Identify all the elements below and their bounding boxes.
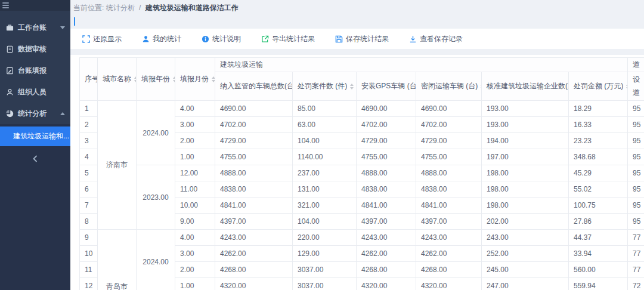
toolbar-statistics-info-button[interactable]: 统计说明 <box>202 34 241 44</box>
table-cell: 321.00 <box>293 198 357 214</box>
toolbar-button-label: 统计说明 <box>212 34 241 44</box>
table-cell: 198.00 <box>482 181 569 198</box>
table-row: 52023.0012.004888.00237.004888.004888.00… <box>80 165 644 181</box>
sidebar-item-label: 工作台账 <box>18 23 47 33</box>
table-cell: 4 <box>80 149 98 165</box>
table-cell: 1.00 <box>175 149 215 165</box>
column-header[interactable]: 填报年份 <box>137 58 175 101</box>
statistics-table-card: 序号城市名称填报年份填报月份建筑垃圾运输道纳入监管的车辆总数(台)处罚案件数 (… <box>70 55 644 290</box>
group-header: 建筑垃圾运输 <box>215 58 628 72</box>
sidebar-item-stats-analysis[interactable]: 统计分析 <box>0 103 70 124</box>
sort-icon[interactable] <box>173 76 175 82</box>
table-cell: 4.00 <box>175 101 215 117</box>
table-cell: 95 <box>628 165 644 181</box>
toolbar-export-results-button[interactable]: 导出统计结果 <box>261 34 315 44</box>
people-icon <box>5 88 14 96</box>
column-header[interactable]: 填报月份 <box>175 58 215 101</box>
table-cell: 4702.00 <box>357 117 416 133</box>
table-cell: 45.29 <box>569 165 628 181</box>
table-cell: 2023.00 <box>137 165 175 230</box>
sidebar-item-data-audit[interactable]: 数据审核 <box>0 38 70 60</box>
sidebar-collapse-button[interactable] <box>0 146 70 172</box>
table-cell: 95 <box>628 149 644 165</box>
table-cell: 4243.00 <box>416 230 482 246</box>
table-cell: 95 <box>628 133 644 149</box>
table-cell: 85.00 <box>293 101 357 117</box>
table-cell: 95 <box>628 198 644 214</box>
column-header-label: 城市名称 <box>103 74 131 84</box>
table-cell: 4268.00 <box>357 262 416 278</box>
table-cell: 4729.00 <box>357 133 416 149</box>
sidebar-item-label: 组织人员 <box>18 87 47 97</box>
table-cell: 4262.00 <box>357 246 416 262</box>
toolbar-restore-display-button[interactable]: 还原显示 <box>82 34 122 44</box>
table-cell: 18.29 <box>569 101 628 117</box>
table-cell: 4729.00 <box>416 133 482 149</box>
table-cell: 198.00 <box>482 165 569 181</box>
toolbar-save-results-button[interactable]: 保存统计结果 <box>335 34 389 44</box>
table-cell: 129.00 <box>293 246 357 262</box>
table-row: 9青岛市2024.004.004243.00220.004243.004243.… <box>80 230 644 246</box>
column-header[interactable]: 密闭运输车辆 (台) <box>416 72 482 101</box>
column-header[interactable]: 处罚案件数 (件) <box>293 72 357 101</box>
topbar: 当前位置: 统计分析 / 建筑垃圾运输和道路保洁工作 <box>70 0 644 26</box>
sidebar-item-work-ledger[interactable]: 工作台账 <box>0 17 70 38</box>
table-cell: 4397.00 <box>416 214 482 230</box>
toolbar-my-statistics-button[interactable]: 我的统计 <box>142 34 181 44</box>
clipped-group-header: 道 <box>628 58 644 72</box>
user-icon <box>142 35 150 43</box>
table-cell: 197.00 <box>482 149 569 165</box>
table-cell: 4397.00 <box>215 214 293 230</box>
table-cell: 220.00 <box>293 230 357 246</box>
table-cell: 559.94 <box>569 278 628 290</box>
column-header[interactable]: 纳入监管的车辆总数(台) <box>215 72 293 101</box>
sidebar-submenu: 建筑垃圾运输和... <box>0 124 70 146</box>
table-cell: 2 <box>80 117 98 133</box>
sort-icon[interactable] <box>134 76 137 82</box>
table-cell: 245.00 <box>482 262 569 278</box>
table-cell: 4838.00 <box>215 181 293 198</box>
table-cell: 4841.00 <box>215 198 293 214</box>
table-cell: 4320.00 <box>357 278 416 290</box>
breadcrumb-current: 建筑垃圾运输和道路保洁工作 <box>145 4 239 12</box>
table-cell: 4262.00 <box>416 246 482 262</box>
column-header-label: 处罚案件数 (件) <box>298 81 347 91</box>
table-cell: 7 <box>80 198 98 214</box>
table-cell: 2.00 <box>175 262 215 278</box>
table-cell: 560.00 <box>569 262 628 278</box>
table-cell: 104.00 <box>293 133 357 149</box>
briefcase-icon <box>5 24 14 32</box>
breadcrumb-separator: / <box>139 4 141 12</box>
table-cell: 194.00 <box>482 133 569 149</box>
sidebar-item-org-people[interactable]: 组织人员 <box>0 81 70 103</box>
table-cell: 3037.00 <box>293 278 357 290</box>
table-cell: 77 <box>628 262 644 278</box>
table-cell: 12 <box>80 278 98 290</box>
table-cell: 8 <box>80 214 98 230</box>
column-header[interactable]: 安装GPS车辆 (台) <box>357 72 416 101</box>
hamburger-icon[interactable] <box>2 2 9 8</box>
column-header[interactable]: 城市名称 <box>98 58 137 101</box>
table-cell: 4888.00 <box>357 165 416 181</box>
toolbar-button-label: 查看保存记录 <box>420 34 463 44</box>
table-cell: 1.00 <box>175 278 215 290</box>
table-cell: 252.00 <box>482 246 569 262</box>
sidebar-subitem-construction-waste[interactable]: 建筑垃圾运输和... <box>0 127 70 146</box>
table-cell: 4888.00 <box>215 165 293 181</box>
table-cell: 10 <box>80 246 98 262</box>
sort-icon[interactable] <box>212 76 215 82</box>
toolbar-view-saved-button[interactable]: 查看保存记录 <box>409 34 463 44</box>
table-cell: 4268.00 <box>215 262 293 278</box>
table-cell: 4262.00 <box>215 246 293 262</box>
sort-icon[interactable] <box>350 84 354 90</box>
table-cell: 100.75 <box>569 198 628 214</box>
table-cell: 4.00 <box>175 230 215 246</box>
table-cell: 72 <box>628 278 644 290</box>
column-header[interactable]: 处罚金额 (万元) <box>569 72 628 101</box>
clipped-column-header: 设道 <box>628 72 644 101</box>
table-cell: 55.02 <box>569 181 628 198</box>
table-cell: 1140.00 <box>293 149 357 165</box>
sidebar-item-ledger-fill[interactable]: 台账填报 <box>0 60 70 81</box>
column-header[interactable]: 核准建筑垃圾运输企业数(家) <box>482 72 569 101</box>
toolbar-button-label: 保存统计结果 <box>346 34 389 44</box>
